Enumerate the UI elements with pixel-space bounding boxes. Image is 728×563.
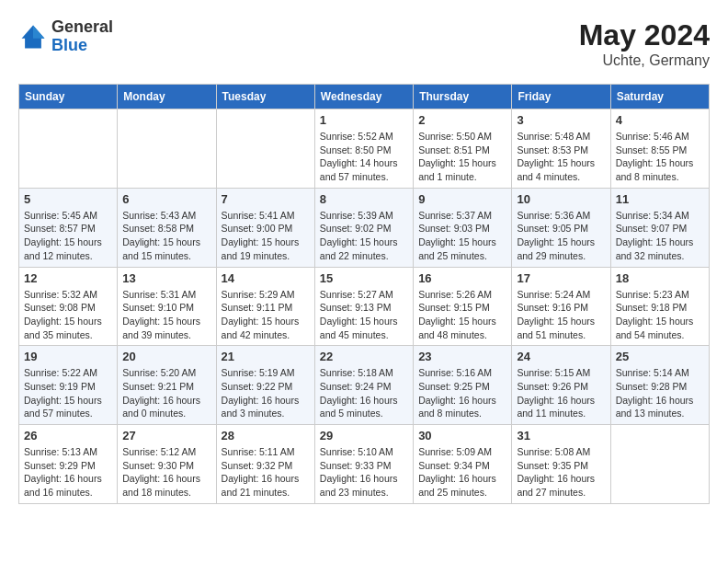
calendar-cell: 17Sunrise: 5:24 AM Sunset: 9:16 PM Dayli… [512, 267, 610, 346]
day-number: 29 [320, 429, 408, 442]
day-info: Sunrise: 5:43 AM Sunset: 8:58 PM Dayligh… [122, 209, 210, 263]
day-info: Sunrise: 5:24 AM Sunset: 9:16 PM Dayligh… [517, 288, 605, 342]
day-info: Sunrise: 5:12 AM Sunset: 9:30 PM Dayligh… [122, 445, 210, 500]
day-info: Sunrise: 5:34 AM Sunset: 9:07 PM Dayligh… [616, 209, 704, 263]
day-info: Sunrise: 5:37 AM Sunset: 9:03 PM Dayligh… [418, 209, 506, 263]
calendar-cell: 9Sunrise: 5:37 AM Sunset: 9:03 PM Daylig… [414, 188, 512, 267]
day-info: Sunrise: 5:13 AM Sunset: 9:29 PM Dayligh… [24, 445, 112, 500]
day-number: 20 [122, 350, 210, 363]
day-info: Sunrise: 5:29 AM Sunset: 9:11 PM Dayligh… [222, 288, 310, 342]
day-number: 16 [418, 271, 506, 285]
day-info: Sunrise: 5:45 AM Sunset: 8:57 PM Dayligh… [24, 209, 112, 263]
day-info: Sunrise: 5:52 AM Sunset: 8:50 PM Dayligh… [320, 130, 408, 184]
day-number: 18 [616, 271, 704, 285]
day-number: 5 [24, 192, 112, 206]
calendar-cell: 11Sunrise: 5:34 AM Sunset: 9:07 PM Dayli… [610, 188, 709, 267]
day-info: Sunrise: 5:09 AM Sunset: 9:34 PM Dayligh… [418, 445, 506, 500]
calendar-cell: 30Sunrise: 5:09 AM Sunset: 9:34 PM Dayli… [414, 425, 512, 504]
day-info: Sunrise: 5:36 AM Sunset: 9:05 PM Dayligh… [517, 209, 605, 263]
day-number: 3 [517, 113, 605, 127]
day-number: 23 [418, 350, 506, 363]
day-number: 27 [122, 429, 210, 442]
day-number: 26 [24, 429, 112, 442]
calendar-cell: 13Sunrise: 5:31 AM Sunset: 9:10 PM Dayli… [118, 267, 216, 346]
day-number: 8 [320, 192, 408, 206]
day-number: 4 [616, 113, 704, 127]
col-header-friday: Friday [512, 85, 610, 109]
day-number: 19 [24, 350, 112, 363]
day-info: Sunrise: 5:08 AM Sunset: 9:35 PM Dayligh… [517, 445, 605, 500]
day-number: 25 [616, 350, 704, 363]
day-number: 30 [418, 429, 506, 442]
day-info: Sunrise: 5:31 AM Sunset: 9:10 PM Dayligh… [122, 288, 210, 342]
logo-blue-text: Blue [51, 36, 87, 54]
day-number: 15 [320, 271, 408, 285]
calendar-cell: 10Sunrise: 5:36 AM Sunset: 9:05 PM Dayli… [512, 188, 610, 267]
col-header-monday: Monday [118, 85, 216, 109]
calendar-cell: 14Sunrise: 5:29 AM Sunset: 9:11 PM Dayli… [216, 267, 314, 346]
day-number: 7 [222, 192, 310, 206]
calendar-cell: 26Sunrise: 5:13 AM Sunset: 9:29 PM Dayli… [19, 425, 118, 504]
day-number: 21 [222, 350, 310, 363]
calendar-header-row: SundayMondayTuesdayWednesdayThursdayFrid… [19, 85, 710, 109]
day-info: Sunrise: 5:19 AM Sunset: 9:22 PM Dayligh… [222, 366, 310, 420]
title-block: May 2024 Uchte, Germany [579, 18, 710, 69]
calendar-cell: 19Sunrise: 5:22 AM Sunset: 9:19 PM Dayli… [19, 346, 118, 425]
calendar-week-row: 12Sunrise: 5:32 AM Sunset: 9:08 PM Dayli… [19, 267, 710, 346]
calendar-cell: 5Sunrise: 5:45 AM Sunset: 8:57 PM Daylig… [19, 188, 118, 267]
calendar-cell: 25Sunrise: 5:14 AM Sunset: 9:28 PM Dayli… [610, 346, 709, 425]
calendar-cell: 16Sunrise: 5:26 AM Sunset: 9:15 PM Dayli… [414, 267, 512, 346]
calendar-week-row: 1Sunrise: 5:52 AM Sunset: 8:50 PM Daylig… [19, 109, 710, 189]
day-number: 28 [222, 429, 310, 442]
day-info: Sunrise: 5:50 AM Sunset: 8:51 PM Dayligh… [418, 130, 506, 184]
calendar-cell: 15Sunrise: 5:27 AM Sunset: 9:13 PM Dayli… [314, 267, 413, 346]
day-info: Sunrise: 5:32 AM Sunset: 9:08 PM Dayligh… [24, 288, 112, 342]
logo: General Blue [18, 18, 113, 55]
calendar-cell: 3Sunrise: 5:48 AM Sunset: 8:53 PM Daylig… [512, 109, 610, 189]
day-number: 31 [517, 429, 605, 442]
day-number: 10 [517, 192, 605, 206]
calendar-cell [216, 109, 314, 189]
calendar-cell: 2Sunrise: 5:50 AM Sunset: 8:51 PM Daylig… [414, 109, 512, 189]
day-number: 2 [418, 113, 506, 127]
day-number: 22 [320, 350, 408, 363]
day-info: Sunrise: 5:18 AM Sunset: 9:24 PM Dayligh… [320, 366, 408, 420]
day-number: 11 [616, 192, 704, 206]
calendar-cell: 27Sunrise: 5:12 AM Sunset: 9:30 PM Dayli… [118, 425, 216, 504]
calendar-cell: 22Sunrise: 5:18 AM Sunset: 9:24 PM Dayli… [314, 346, 413, 425]
day-info: Sunrise: 5:16 AM Sunset: 9:25 PM Dayligh… [418, 366, 506, 420]
day-info: Sunrise: 5:23 AM Sunset: 9:18 PM Dayligh… [616, 288, 704, 342]
day-number: 12 [24, 271, 112, 285]
page-header: General Blue May 2024 Uchte, Germany [18, 18, 710, 69]
calendar-cell [19, 109, 118, 189]
day-info: Sunrise: 5:26 AM Sunset: 9:15 PM Dayligh… [418, 288, 506, 342]
calendar-cell: 23Sunrise: 5:16 AM Sunset: 9:25 PM Dayli… [414, 346, 512, 425]
col-header-saturday: Saturday [610, 85, 709, 109]
day-number: 6 [122, 192, 210, 206]
day-info: Sunrise: 5:22 AM Sunset: 9:19 PM Dayligh… [24, 366, 112, 420]
day-info: Sunrise: 5:41 AM Sunset: 9:00 PM Dayligh… [222, 209, 310, 263]
col-header-wednesday: Wednesday [314, 85, 413, 109]
calendar-week-row: 19Sunrise: 5:22 AM Sunset: 9:19 PM Dayli… [19, 346, 710, 425]
calendar-cell: 4Sunrise: 5:46 AM Sunset: 8:55 PM Daylig… [610, 109, 709, 189]
day-info: Sunrise: 5:20 AM Sunset: 9:21 PM Dayligh… [122, 366, 210, 420]
calendar-week-row: 5Sunrise: 5:45 AM Sunset: 8:57 PM Daylig… [19, 188, 710, 267]
calendar-cell: 1Sunrise: 5:52 AM Sunset: 8:50 PM Daylig… [314, 109, 413, 189]
day-number: 13 [122, 271, 210, 285]
day-info: Sunrise: 5:14 AM Sunset: 9:28 PM Dayligh… [616, 366, 704, 420]
day-info: Sunrise: 5:15 AM Sunset: 9:26 PM Dayligh… [517, 366, 605, 420]
calendar-cell: 21Sunrise: 5:19 AM Sunset: 9:22 PM Dayli… [216, 346, 314, 425]
calendar-cell: 18Sunrise: 5:23 AM Sunset: 9:18 PM Dayli… [610, 267, 709, 346]
day-number: 14 [222, 271, 310, 285]
location-subtitle: Uchte, Germany [579, 52, 710, 69]
calendar-cell: 6Sunrise: 5:43 AM Sunset: 8:58 PM Daylig… [118, 188, 216, 267]
day-info: Sunrise: 5:48 AM Sunset: 8:53 PM Dayligh… [517, 130, 605, 184]
calendar-cell: 20Sunrise: 5:20 AM Sunset: 9:21 PM Dayli… [118, 346, 216, 425]
day-info: Sunrise: 5:39 AM Sunset: 9:02 PM Dayligh… [320, 209, 408, 263]
calendar-cell: 12Sunrise: 5:32 AM Sunset: 9:08 PM Dayli… [19, 267, 118, 346]
day-info: Sunrise: 5:27 AM Sunset: 9:13 PM Dayligh… [320, 288, 408, 342]
calendar-cell: 31Sunrise: 5:08 AM Sunset: 9:35 PM Dayli… [512, 425, 610, 504]
calendar-cell [610, 425, 709, 504]
calendar-cell: 7Sunrise: 5:41 AM Sunset: 9:00 PM Daylig… [216, 188, 314, 267]
month-year-title: May 2024 [579, 18, 710, 52]
